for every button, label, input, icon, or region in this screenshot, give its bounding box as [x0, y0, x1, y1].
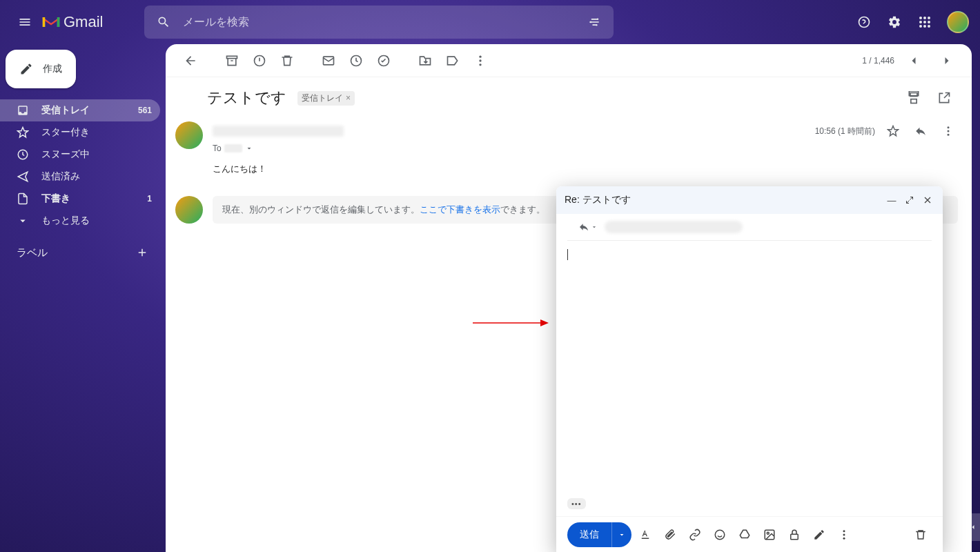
spam-button[interactable]	[246, 47, 273, 75]
insert-emoji-button[interactable]	[709, 524, 731, 546]
labels-title: ラベル	[17, 246, 48, 259]
starred-label: スター付き	[41, 126, 90, 139]
sidebar-item-drafts[interactable]: 下書き 1	[0, 188, 160, 210]
remove-label-button[interactable]: ×	[346, 93, 351, 103]
insert-photo-button[interactable]	[758, 524, 781, 546]
sidebar: 作成 受信トレイ 561 スター付き スヌーズ中 送信済み 下書き 1 もっと見…	[0, 44, 166, 552]
labels-button[interactable]	[439, 47, 467, 75]
plus-icon	[136, 246, 148, 259]
minimize-button[interactable]: —	[885, 193, 899, 207]
insert-drive-button[interactable]	[734, 524, 756, 546]
snooze-button[interactable]	[342, 47, 370, 75]
svg-point-25	[948, 126, 950, 128]
clock-icon	[17, 148, 29, 161]
inbox-label-chip: 受信トレイ ×	[297, 91, 355, 106]
sidebar-item-snoozed[interactable]: スヌーズ中	[0, 144, 160, 166]
compose-body[interactable]: •••	[556, 241, 943, 516]
more-label: もっと見る	[41, 215, 90, 227]
show-draft-here-link[interactable]: ここで下書きを表示	[420, 204, 500, 215]
show-trimmed-content-button[interactable]: •••	[567, 498, 586, 509]
next-email-button[interactable]	[933, 47, 961, 75]
email-subject: テストです	[207, 88, 286, 108]
send-button-group: 送信	[567, 522, 631, 547]
compose-button[interactable]: 作成	[6, 50, 76, 88]
svg-point-12	[928, 25, 930, 28]
move-to-button[interactable]	[411, 47, 439, 75]
svg-point-8	[923, 21, 926, 23]
side-panel-toggle[interactable]	[966, 513, 980, 541]
svg-point-35	[843, 533, 845, 535]
mark-unread-button[interactable]	[315, 47, 342, 75]
svg-rect-14	[227, 56, 237, 58]
insert-link-button[interactable]	[684, 524, 706, 546]
star-email-button[interactable]	[883, 121, 903, 141]
account-avatar[interactable]	[947, 11, 969, 33]
search-options-icon[interactable]	[580, 8, 608, 36]
inbox-count: 561	[138, 106, 152, 115]
to-row[interactable]: To	[213, 144, 958, 153]
insert-signature-button[interactable]	[808, 524, 830, 546]
my-avatar	[175, 196, 203, 224]
sender-name-redacted	[213, 126, 344, 137]
search-input[interactable]	[177, 16, 580, 28]
search-icon[interactable]	[150, 8, 177, 36]
svg-point-32	[767, 532, 769, 534]
main-menu-button[interactable]	[11, 8, 39, 36]
prev-email-button[interactable]	[900, 47, 928, 75]
compose-recipient-redacted	[605, 221, 743, 233]
send-button[interactable]: 送信	[567, 522, 612, 547]
compose-recipients-row[interactable]	[567, 214, 932, 241]
recipient-redacted	[224, 144, 242, 152]
compose-more-button[interactable]	[833, 524, 855, 546]
settings-icon[interactable]	[881, 8, 908, 36]
back-button[interactable]	[177, 47, 204, 75]
snoozed-label: スヌーズ中	[41, 148, 90, 161]
sidebar-item-starred[interactable]: スター付き	[0, 121, 160, 144]
email-body: こんにちは！	[213, 163, 958, 175]
expand-details-icon[interactable]	[245, 144, 253, 152]
reply-button[interactable]	[911, 121, 930, 141]
email-more-button[interactable]	[939, 121, 958, 141]
support-icon[interactable]	[850, 8, 878, 36]
google-apps-icon[interactable]	[911, 8, 939, 36]
inbox-icon	[17, 104, 29, 117]
svg-point-26	[948, 130, 950, 132]
fullscreen-button[interactable]	[903, 193, 917, 207]
svg-point-9	[928, 21, 930, 23]
open-new-window-button[interactable]	[930, 84, 958, 112]
compose-title-bar[interactable]: Re: テストです —	[556, 186, 943, 214]
compose-toolbar: 送信	[556, 516, 943, 552]
close-compose-button[interactable]	[921, 193, 934, 207]
add-task-button[interactable]	[370, 47, 398, 75]
send-options-button[interactable]	[612, 522, 631, 547]
reply-type-button[interactable]	[578, 221, 598, 233]
annotation-arrow	[473, 319, 549, 327]
sent-label: 送信済み	[41, 170, 80, 183]
sidebar-item-sent[interactable]: 送信済み	[0, 166, 160, 188]
more-actions-button[interactable]	[467, 47, 494, 75]
svg-point-11	[923, 25, 926, 28]
formatting-button[interactable]	[634, 524, 656, 546]
sidebar-item-more[interactable]: もっと見る	[0, 210, 160, 232]
svg-point-1	[590, 21, 592, 23]
archive-button[interactable]	[218, 47, 246, 75]
confidential-mode-button[interactable]	[783, 524, 805, 546]
gmail-icon	[41, 14, 61, 30]
labels-section-header: ラベル	[0, 243, 160, 262]
delete-button[interactable]	[273, 47, 301, 75]
gmail-logo[interactable]: Gmail	[41, 13, 103, 31]
add-label-button[interactable]	[133, 243, 152, 262]
drafts-count: 1	[147, 194, 152, 204]
print-button[interactable]	[900, 84, 928, 112]
attach-file-button[interactable]	[659, 524, 681, 546]
compose-subject: Re: テストです	[565, 194, 631, 206]
sidebar-item-inbox[interactable]: 受信トレイ 561	[0, 99, 160, 121]
svg-point-6	[928, 17, 930, 19]
app-name: Gmail	[63, 13, 103, 31]
discard-draft-button[interactable]	[910, 524, 932, 546]
compose-window: Re: テストです — ••• 送信	[556, 186, 943, 552]
chevron-down-icon	[17, 215, 29, 227]
email-timestamp: 10:56 (1 時間前)	[815, 126, 875, 137]
svg-point-2	[596, 24, 598, 26]
search-bar	[144, 6, 614, 39]
